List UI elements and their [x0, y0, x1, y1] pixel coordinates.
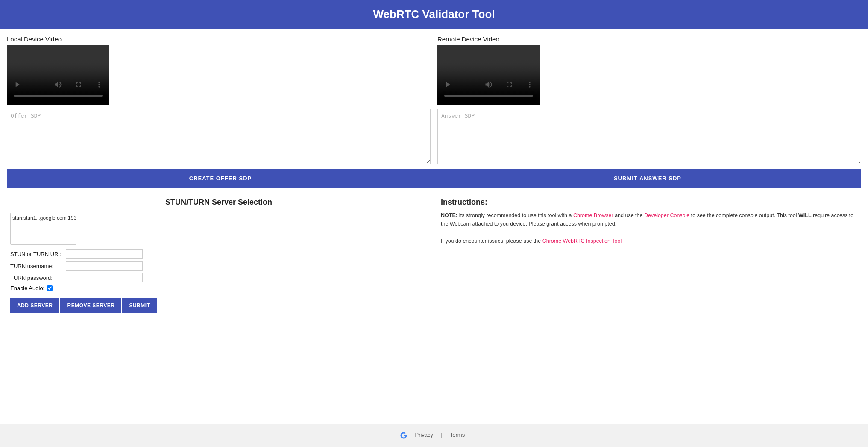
add-server-button[interactable]: ADD SERVER	[10, 298, 59, 313]
and-use-text: and use the	[615, 212, 644, 218]
page-title: WebRTC Validator Tool	[373, 8, 495, 21]
top-section: Local Device Video Remote Device Video	[7, 35, 861, 166]
enable-audio-row: Enable Audio:	[10, 285, 427, 291]
submit-answer-sdp-button[interactable]: SUBMIT ANSWER SDP	[434, 169, 861, 188]
encounter-text: If you do encounter issues, please use t…	[441, 238, 542, 244]
sdp-button-row: CREATE OFFER SDP SUBMIT ANSWER SDP	[7, 169, 861, 188]
main-content: Local Device Video Remote Device Video C…	[0, 29, 868, 424]
action-buttons: ADD SERVER REMOVE SERVER SUBMIT	[10, 298, 427, 313]
will-text: WILL	[798, 212, 812, 218]
instructions-title: Instructions:	[441, 198, 858, 207]
footer: Privacy | Terms	[0, 424, 868, 447]
turn-username-row: TURN username:	[10, 261, 427, 271]
developer-console-link[interactable]: Developer Console	[644, 212, 689, 218]
footer-divider: |	[441, 432, 442, 438]
bottom-section: STUN/TURN Server Selection stun:stun1.l.…	[7, 198, 861, 313]
instructions-panel: Instructions: NOTE: Its strongly recomme…	[441, 198, 858, 313]
terms-link[interactable]: Terms	[450, 432, 465, 438]
instructions-text: NOTE: Its strongly recommended to use th…	[441, 211, 858, 245]
remove-server-button[interactable]: REMOVE SERVER	[60, 298, 121, 313]
turn-password-input[interactable]	[66, 273, 143, 282]
stun-turn-uri-input[interactable]	[66, 249, 143, 259]
enable-audio-checkbox[interactable]	[47, 285, 53, 291]
remote-video-panel: Remote Device Video	[437, 35, 861, 166]
local-video	[7, 45, 109, 105]
note-intro-text: Its strongly recommended to use this too…	[459, 212, 573, 218]
local-video-label: Local Device Video	[7, 35, 431, 43]
stun-turn-uri-label: STUN or TURN URI:	[10, 251, 66, 257]
stun-turn-title: STUN/TURN Server Selection	[10, 198, 427, 207]
remote-video	[437, 45, 540, 105]
stun-turn-panel: STUN/TURN Server Selection stun:stun1.l.…	[10, 198, 427, 313]
note-label: NOTE:	[441, 212, 457, 218]
turn-username-input[interactable]	[66, 261, 143, 271]
offer-sdp-textarea[interactable]	[7, 109, 431, 164]
page-header: WebRTC Validator Tool	[0, 0, 868, 29]
enable-audio-label: Enable Audio:	[10, 285, 44, 291]
local-video-panel: Local Device Video	[7, 35, 431, 166]
console-output-text: to see the complete console output. This…	[691, 212, 798, 218]
turn-password-row: TURN password:	[10, 273, 427, 282]
chrome-browser-link[interactable]: Chrome Browser	[573, 212, 613, 218]
server-list[interactable]: stun:stun1.l.google.com:19302	[10, 213, 76, 245]
server-list-item[interactable]: stun:stun1.l.google.com:19302	[12, 215, 74, 221]
chrome-webrtc-link[interactable]: Chrome WebRTC Inspection Tool	[542, 238, 622, 244]
remote-video-label: Remote Device Video	[437, 35, 861, 43]
answer-sdp-textarea[interactable]	[437, 109, 861, 164]
turn-password-label: TURN password:	[10, 275, 66, 281]
turn-username-label: TURN username:	[10, 263, 66, 269]
google-logo	[400, 432, 408, 439]
privacy-link[interactable]: Privacy	[415, 432, 433, 438]
google-g-icon	[400, 432, 408, 439]
create-offer-sdp-button[interactable]: CREATE OFFER SDP	[7, 169, 434, 188]
stun-uri-row: STUN or TURN URI:	[10, 249, 427, 259]
submit-button[interactable]: SUBMIT	[122, 298, 157, 313]
